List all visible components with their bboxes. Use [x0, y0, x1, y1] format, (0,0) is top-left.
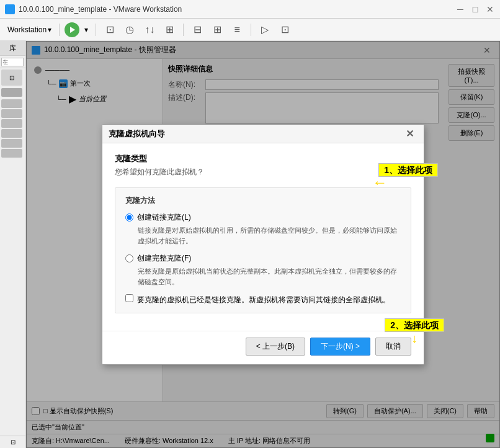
back-button[interactable]: < 上一步(B) [246, 338, 305, 356]
dialog-section-subtitle: 您希望如何克隆此虚拟机？ [115, 167, 411, 177]
close-button[interactable]: ✕ [485, 4, 495, 14]
linked-source-label: 要克隆的虚拟机已经是链接克隆。新虚拟机将需要访问其链接的全部虚拟机。 [137, 294, 390, 305]
right-panel: 10.0.0.100_mine_template - 快照管理器 ✕ ───── [26, 41, 500, 448]
toolbar-separator-1 [59, 24, 60, 36]
suspend-button[interactable]: ⊡ [101, 21, 118, 38]
full-clone-label-text: 创建完整克隆(F) [137, 253, 191, 264]
main-layout: 库 ⊡ ⊡ 10.0.0.100_mine_template - 快照管理器 ✕ [0, 41, 500, 448]
sidebar-btn-7[interactable] [1, 149, 22, 158]
main-toolbar: Workstation ▾ ▾ ⊡ ◷ ↑↓ ⊞ ⊟ ⊞ ≡ ▷ ⊡ [0, 19, 500, 41]
dropdown-arrow-icon: ▾ [48, 25, 51, 34]
linked-clone-radio[interactable] [125, 213, 133, 222]
play-button[interactable] [65, 22, 79, 37]
help-button[interactable]: ⊡ [276, 21, 293, 38]
full-clone-desc: 完整克隆是原始虚拟机当前状态的完整副本。此副本虚拟机完全独立，但需要较多的存储磁… [138, 266, 401, 287]
clone-method-group: 克隆方法 创建链接克隆(L) 链接克隆是对原始虚拟机的引用，所需的存储磁盘空间较… [115, 187, 411, 313]
titlebar: 10.0.0.100_mine_template - VMware Workst… [0, 0, 500, 19]
toolbar-separator-3 [183, 24, 184, 36]
full-clone-radio[interactable] [125, 254, 133, 262]
window-controls[interactable]: ─ □ ✕ [455, 4, 495, 14]
titlebar-title: 10.0.0.100_mine_template - VMware Workst… [19, 5, 455, 14]
sidebar-btn-5[interactable] [1, 129, 22, 138]
send-ctrl-alt-del[interactable]: ⊟ [189, 21, 206, 38]
sidebar-btn-6[interactable] [1, 139, 22, 148]
vm-list: ⊡ [0, 68, 25, 436]
maximize-button[interactable]: □ [470, 4, 480, 14]
minimize-button[interactable]: ─ [455, 4, 465, 14]
library-header: 库 [0, 41, 25, 56]
dialog-title: 克隆虚拟机向导 [109, 128, 402, 140]
dialog-section-title: 克隆类型 [115, 153, 411, 164]
linked-clone-label[interactable]: 创建链接克隆(L) [125, 212, 401, 223]
dialog-close-button[interactable]: ✕ [402, 127, 417, 141]
sidebar-btn-3[interactable] [1, 109, 22, 118]
workstation-menu[interactable]: Workstation ▾ [5, 24, 54, 35]
search-input[interactable] [1, 58, 24, 66]
linked-clone-desc: 链接克隆是对原始虚拟机的引用，所需的存储磁盘空间较少。但是，必须能够访问原始虚拟… [138, 225, 401, 246]
play-dropdown-arrow: ▾ [84, 25, 88, 34]
full-clone-option: 创建完整克隆(F) 完整克隆是原始虚拟机当前状态的完整副本。此副本虚拟机完全独立… [125, 253, 401, 287]
vm-settings[interactable]: ⊞ [208, 21, 226, 38]
linked-clone-label-text: 创建链接克隆(L) [137, 212, 191, 223]
clone-wizard-dialog: 克隆虚拟机向导 ✕ 克隆类型 您希望如何克隆此虚拟机？ 克隆方法 创建链接克隆(… [102, 124, 424, 365]
revert-button[interactable]: ↑↓ [141, 21, 158, 38]
library-search[interactable] [0, 56, 25, 68]
clone-method-title: 克隆方法 [125, 195, 401, 206]
linked-source-row: 要克隆的虚拟机已经是链接克隆。新虚拟机将需要访问其链接的全部虚拟机。 [125, 294, 401, 305]
power-menu[interactable]: ▷ [256, 21, 274, 38]
dialog-body: 克隆类型 您希望如何克隆此虚拟机？ 克隆方法 创建链接克隆(L) 链接克隆是对原… [102, 143, 424, 331]
vm-list-item[interactable]: ⊡ [1, 69, 22, 86]
toolbar-separator-4 [251, 24, 251, 36]
app-icon [5, 4, 15, 14]
linked-clone-option: 创建链接克隆(L) 链接克隆是对原始虚拟机的引用，所需的存储磁盘空间较少。但是，… [125, 212, 401, 246]
cancel-button[interactable]: 取消 [375, 338, 411, 356]
full-clone-label[interactable]: 创建完整克隆(F) [125, 253, 401, 264]
fullscreen-button[interactable]: ⊞ [161, 21, 178, 38]
unity-mode[interactable]: ≡ [228, 21, 246, 38]
dialog-footer: < 上一步(B) 下一步(N) > 取消 [102, 331, 424, 364]
snapshot-button[interactable]: ◷ [121, 21, 138, 38]
clone-wizard-overlay: 克隆虚拟机向导 ✕ 克隆类型 您希望如何克隆此虚拟机？ 克隆方法 创建链接克隆(… [26, 41, 500, 448]
dialog-titlebar: 克隆虚拟机向导 ✕ [102, 125, 424, 143]
library-panel: 库 ⊡ ⊡ [0, 41, 26, 448]
sidebar-btn-1[interactable] [1, 88, 22, 97]
next-button[interactable]: 下一步(N) > [310, 338, 370, 356]
play-dropdown[interactable]: ▾ [82, 24, 91, 35]
sidebar-bottom-btn[interactable]: ⊡ [0, 436, 25, 448]
toolbar-separator-2 [96, 24, 96, 36]
sidebar-btn-2[interactable] [1, 99, 22, 108]
linked-source-checkbox[interactable] [125, 294, 133, 302]
sidebar-btn-4[interactable] [1, 119, 22, 128]
